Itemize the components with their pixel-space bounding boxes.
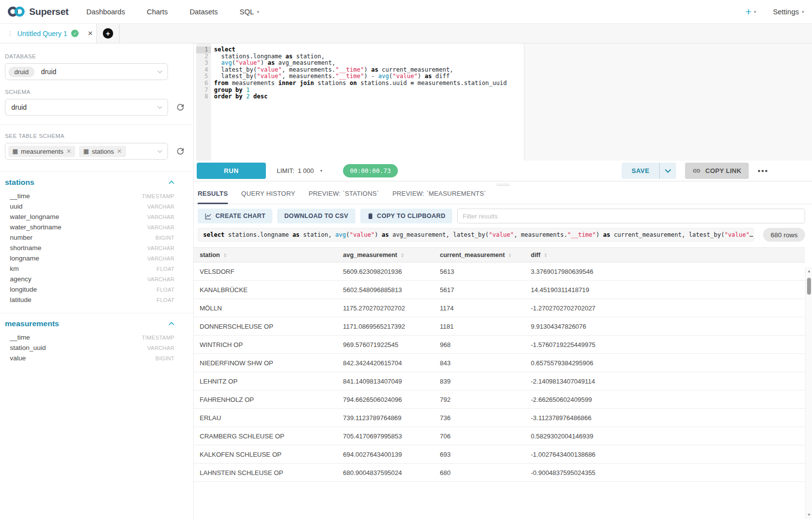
sql-token: as [382, 231, 388, 238]
toolbar-right: SAVE COPY LINK ••• [622, 163, 769, 179]
drag-dots-icon[interactable]: ⋮ [7, 30, 13, 37]
refresh-tables-icon[interactable] [175, 146, 185, 156]
sql-token: desc [254, 93, 268, 100]
sql-token: "value" [392, 73, 418, 80]
line-number: 3 [196, 60, 211, 67]
sql-token: ) [260, 59, 267, 66]
sql-token: measurements [228, 80, 278, 86]
table-chip-stations[interactable]: ▦ stations ✕ [79, 146, 126, 157]
table-cell: -1.2702702702702027 [531, 304, 805, 312]
database-select[interactable]: druid druid [5, 63, 168, 80]
copy-clipboard-button[interactable]: COPY TO CLIPBOARD [360, 209, 453, 223]
table-cell: -2.662650602409599 [531, 396, 805, 403]
database-type-chip: druid [8, 67, 35, 77]
remove-chip-icon[interactable]: ✕ [66, 148, 71, 155]
schema-column-row: __timeTIMESTAMP [0, 191, 193, 201]
caret-down-icon: ▾ [754, 9, 757, 14]
sql-token: diff [432, 73, 450, 80]
new-item-button[interactable]: + ▾ [745, 6, 756, 17]
sql-token: select [214, 46, 235, 53]
table-chip-measurements[interactable]: ▦ measurements ✕ [8, 146, 75, 157]
settings-menu[interactable]: Settings ▾ [773, 8, 804, 16]
schema-header-measurements[interactable]: measurements [5, 319, 174, 328]
table-cell: VELSDORF [200, 268, 343, 275]
tab-results[interactable]: RESULTS [198, 186, 228, 204]
code-line: latest_by("value", measurements."__time"… [214, 73, 812, 80]
sql-token: stations.longname [214, 53, 286, 60]
column-header-diff[interactable]: diff▲▼ [531, 252, 805, 259]
run-button[interactable]: RUN [197, 163, 266, 179]
chevron-down-icon [157, 150, 163, 153]
scroll-up-arrow-icon[interactable]: ▲ [806, 269, 812, 273]
table-cell: 706 [440, 432, 531, 440]
limit-dropdown[interactable]: LIMIT: 1 000 ▾ [277, 167, 322, 174]
table-cell: 3.3769017980639546 [531, 268, 805, 275]
new-tab-area: + [97, 24, 120, 43]
column-header-current_measurement[interactable]: current_measurement▲▼ [440, 252, 531, 259]
table-name: measurements [5, 319, 59, 328]
sql-token: stations.longname [224, 231, 292, 238]
table-chip-label: stations [92, 148, 114, 155]
scroll-down-arrow-icon[interactable]: ▼ [806, 513, 812, 517]
sql-token: inner join [278, 80, 314, 86]
table-icon: ▦ [83, 148, 88, 154]
table-cell: KALKOFEN SCHLEUSE OP [200, 451, 343, 458]
table-cell: -1.5760719225449975 [531, 341, 805, 348]
more-menu-button[interactable]: ••• [758, 167, 769, 175]
schema-select[interactable]: druid [5, 99, 168, 116]
remove-chip-icon[interactable]: ✕ [117, 148, 122, 155]
table-cell: ERLAU [200, 414, 343, 422]
superset-logo[interactable]: Superset [7, 5, 69, 18]
sql-token: ) - [364, 73, 378, 80]
table-cell: CRAMBERG SCHLEUSE OP [200, 432, 343, 440]
table-schema-select[interactable]: ▦ measurements ✕ ▦ stations ✕ [5, 143, 168, 160]
tab-preview-measurements[interactable]: PREVIEW: `MEASUREMENTS` [392, 186, 486, 204]
line-number: 2 [196, 53, 211, 60]
tab-preview-stations[interactable]: PREVIEW: `STATIONS` [308, 186, 379, 204]
line-number: 6 [196, 80, 211, 87]
schema-column-row: water_longnameVARCHAR [0, 212, 193, 222]
sql-token: avg [221, 59, 232, 66]
column-header-label: diff [531, 252, 540, 259]
sql-token: as [286, 53, 293, 60]
sql-token: ) [375, 231, 382, 238]
collapse-chevron-icon[interactable] [169, 322, 174, 326]
scrollbar-thumb[interactable] [807, 278, 811, 295]
nav-charts[interactable]: Charts [147, 8, 168, 16]
copy-link-button[interactable]: COPY LINK [685, 163, 749, 179]
create-chart-button[interactable]: CREATE CHART [198, 209, 272, 223]
table-row: DONNERSCHLEUSE OP1171.086956521739211819… [194, 317, 805, 336]
add-tab-button[interactable]: + [103, 28, 113, 39]
nav-dashboards[interactable]: Dashboards [86, 8, 125, 16]
schema-column-row: shortnameVARCHAR [0, 243, 193, 253]
schema-column-row: uuidVARCHAR [0, 201, 193, 212]
filter-results-input[interactable] [457, 209, 805, 223]
column-header-station[interactable]: station▲▼ [200, 252, 343, 259]
create-chart-label: CREATE CHART [215, 213, 265, 219]
results-panel: RESULTS QUERY HISTORY PREVIEW: `STATIONS… [194, 181, 812, 482]
download-csv-button[interactable]: DOWNLOAD TO CSV [277, 209, 355, 223]
sql-editor[interactable]: 12345678 select stations.longname as sta… [196, 43, 812, 161]
table-cell: 5609.623098201936 [343, 268, 440, 275]
code-line: from measurements inner join stations on… [214, 80, 812, 87]
close-tab-icon[interactable]: ✕ [87, 30, 93, 37]
tab-query-history[interactable]: QUERY HISTORY [241, 186, 295, 204]
nav-datasets[interactable]: Datasets [190, 8, 218, 16]
column-type: VARCHAR [147, 256, 174, 261]
column-header-avg_measurement[interactable]: avg_measurement▲▼ [343, 252, 440, 259]
refresh-schemas-icon[interactable] [175, 102, 185, 112]
save-options-button[interactable] [659, 163, 676, 179]
collapse-chevron-icon[interactable] [169, 180, 174, 184]
editor-gutter: 12345678 [196, 43, 211, 161]
caret-down-icon: ▾ [320, 169, 322, 173]
query-tab[interactable]: ⋮ Untitled Query 1 ✓ ✕ [0, 24, 97, 43]
sql-token: station, [299, 231, 335, 238]
results-scrollbar[interactable]: ▲ ▼ [805, 267, 812, 519]
editor-code[interactable]: select stations.longname as station, avg… [211, 43, 812, 161]
save-button[interactable]: SAVE [622, 163, 659, 179]
table-cell: KANALBRÜCKE [200, 286, 343, 294]
link-icon [692, 167, 701, 175]
nav-sql[interactable]: SQL ▾ [240, 8, 259, 16]
panel-resize-handle[interactable] [496, 182, 510, 187]
schema-header-stations[interactable]: stations [5, 178, 174, 187]
